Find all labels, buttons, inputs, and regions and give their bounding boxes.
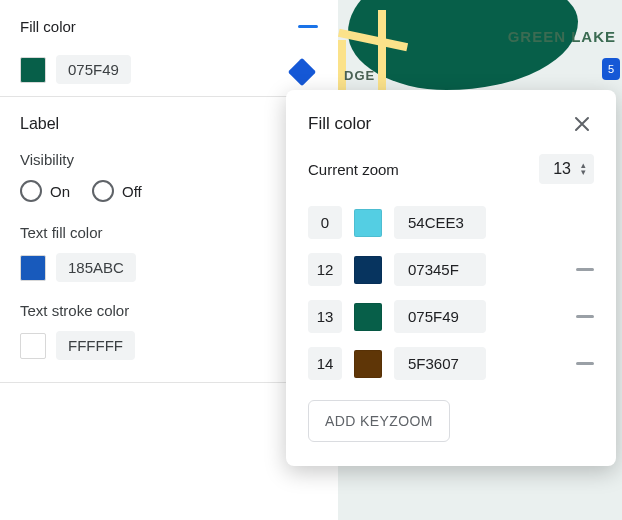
- zoom-stop-row: 054CEE3: [308, 206, 594, 239]
- zoom-stop-hex[interactable]: 54CEE3: [394, 206, 486, 239]
- highway-shield: 5: [602, 58, 620, 80]
- text-fill-hex[interactable]: 185ABC: [56, 253, 136, 282]
- map-place-label: GREEN LAKE: [508, 28, 616, 45]
- text-stroke-swatch[interactable]: [20, 333, 46, 359]
- zoom-stop-row: 145F3607: [308, 347, 594, 380]
- label-heading: Label: [20, 115, 318, 133]
- add-keyzoom-button[interactable]: ADD KEYZOOM: [308, 400, 450, 442]
- current-zoom-label: Current zoom: [308, 161, 399, 178]
- zoom-stop-swatch[interactable]: [354, 303, 382, 331]
- radio-icon: [20, 180, 42, 202]
- visibility-on-radio[interactable]: On: [20, 180, 70, 202]
- fill-color-title: Fill color: [20, 18, 76, 35]
- visibility-label: Visibility: [20, 151, 318, 168]
- radio-icon: [92, 180, 114, 202]
- zoom-value: 13: [553, 160, 571, 178]
- fill-color-swatch[interactable]: [20, 57, 46, 83]
- remove-stop-icon[interactable]: [576, 362, 594, 365]
- stepper-arrows-icon[interactable]: ▴▾: [581, 162, 586, 176]
- map-place-label: DGE: [344, 68, 375, 83]
- close-icon[interactable]: [570, 112, 594, 136]
- zoom-stop-hex[interactable]: 075F49: [394, 300, 486, 333]
- zoom-stop-hex[interactable]: 07345F: [394, 253, 486, 286]
- text-stroke-hex[interactable]: FFFFFF: [56, 331, 135, 360]
- visibility-off-radio[interactable]: Off: [92, 180, 142, 202]
- text-fill-swatch[interactable]: [20, 255, 46, 281]
- remove-stop-icon[interactable]: [576, 315, 594, 318]
- zoom-stop-swatch[interactable]: [354, 209, 382, 237]
- collapse-icon[interactable]: [298, 25, 318, 28]
- popover-title: Fill color: [308, 114, 371, 134]
- zoom-stop-swatch[interactable]: [354, 256, 382, 284]
- text-stroke-label: Text stroke color: [20, 302, 318, 319]
- zoom-stop-key[interactable]: 13: [308, 300, 342, 333]
- zoom-stepper[interactable]: 13 ▴▾: [539, 154, 594, 184]
- zoom-stop-key[interactable]: 0: [308, 206, 342, 239]
- fill-color-hex[interactable]: 075F49: [56, 55, 131, 84]
- zoom-stop-key[interactable]: 14: [308, 347, 342, 380]
- zoom-stop-row: 1207345F: [308, 253, 594, 286]
- zoom-stops-list: 054CEE31207345F13075F49145F3607: [308, 206, 594, 380]
- zoom-stop-swatch[interactable]: [354, 350, 382, 378]
- radio-label: On: [50, 183, 70, 200]
- zoom-stop-row: 13075F49: [308, 300, 594, 333]
- remove-stop-icon[interactable]: [576, 268, 594, 271]
- zoom-stop-key[interactable]: 12: [308, 253, 342, 286]
- fill-color-section: Fill color 075F49: [0, 0, 338, 97]
- map-road: [378, 10, 386, 100]
- text-fill-label: Text fill color: [20, 224, 318, 241]
- fill-color-popover: Fill color Current zoom 13 ▴▾ 054CEE3120…: [286, 90, 616, 466]
- zoom-stop-hex[interactable]: 5F3607: [394, 347, 486, 380]
- radio-label: Off: [122, 183, 142, 200]
